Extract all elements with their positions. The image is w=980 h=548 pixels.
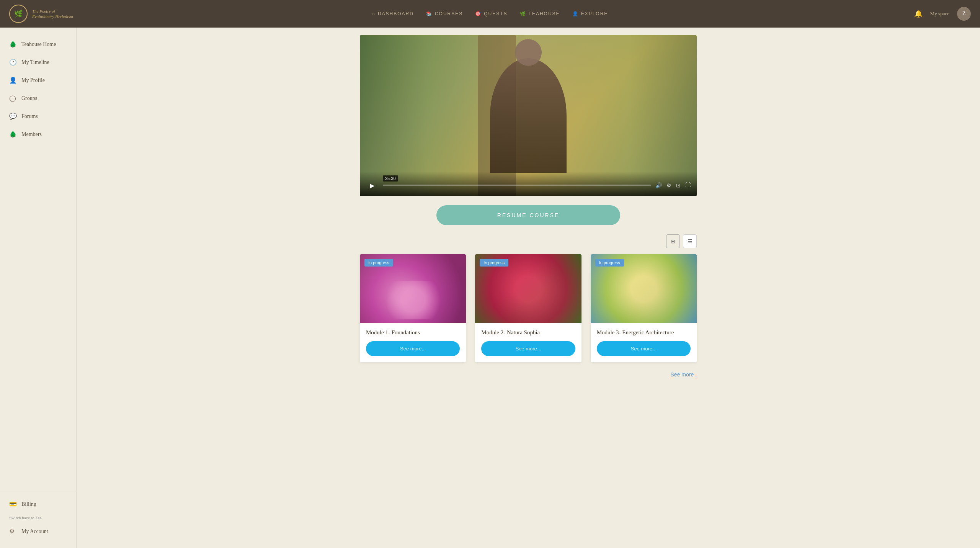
forums-icon: 💬 (9, 113, 17, 120)
module-card-2: In progress Module 2- Natura Sophia See … (475, 254, 581, 362)
module-1-title: Module 1- Foundations (366, 329, 460, 336)
nav-right: 🔔 My space Z (894, 7, 971, 21)
module-3-image: In progress (591, 254, 697, 323)
sidebar-label-forums: Forums (21, 113, 38, 119)
billing-icon: 💳 (9, 501, 17, 508)
switch-back-link[interactable]: Switch back to Zee (0, 513, 76, 522)
bell-icon[interactable]: 🔔 (914, 10, 923, 18)
sidebar-label-groups: Groups (21, 95, 37, 101)
sidebar-item-forums[interactable]: 💬 Forums (0, 107, 76, 125)
nav-dashboard[interactable]: ⌂ DASHBOARD (372, 11, 414, 16)
content-inner: ▶ 25:30 🔊 ⚙ ⊡ ⛶ RESUME COURSE (345, 28, 712, 401)
module-3-badge: In progress (595, 259, 624, 267)
sidebar-label-my-timeline: My Timeline (21, 59, 49, 65)
volume-icon[interactable]: 🔊 (655, 182, 662, 189)
module-2-see-more-button[interactable]: See more... (481, 341, 575, 356)
list-view-button[interactable]: ☰ (683, 234, 697, 248)
see-more-link[interactable]: See more . (671, 371, 697, 378)
video-player[interactable]: ▶ 25:30 🔊 ⚙ ⊡ ⛶ (360, 35, 697, 196)
module-3-see-more-button[interactable]: See more... (597, 341, 691, 356)
list-icon: ☰ (688, 238, 693, 244)
grid-view-button[interactable]: ⊞ (666, 234, 680, 248)
resume-course-button[interactable]: RESUME COURSE (436, 205, 620, 225)
nav-quests[interactable]: 🎯 QUESTS (475, 11, 507, 16)
nav-links: ⌂ DASHBOARD 📚 COURSES 🎯 QUESTS 🌿 TEAHOUS… (86, 11, 894, 16)
play-button[interactable]: ▶ (366, 179, 378, 191)
nav-explore[interactable]: 👤 EXPLORE (572, 11, 608, 16)
nav-courses[interactable]: 📚 COURSES (426, 11, 463, 16)
video-ctrl-icons: 🔊 ⚙ ⊡ ⛶ (655, 182, 691, 189)
fullscreen-icon[interactable]: ⛶ (685, 182, 691, 188)
logo[interactable]: 🌿 The Poetry of Evolutionary Herbalism (9, 5, 86, 23)
groups-icon: ◯ (9, 95, 17, 102)
module-3-title: Module 3- Energetic Architecture (597, 329, 691, 336)
video-timestamp: 25:30 (383, 175, 398, 182)
video-controls-bar: ▶ 25:30 🔊 ⚙ ⊡ ⛶ (360, 172, 697, 196)
module-2-title: Module 2- Natura Sophia (481, 329, 575, 336)
sidebar-label-my-account: My Account (21, 528, 48, 535)
video-person-head (515, 39, 542, 66)
module-1-body: Module 1- Foundations See more... (360, 323, 466, 362)
module-card-3: In progress Module 3- Energetic Architec… (591, 254, 697, 362)
top-navigation: 🌿 The Poetry of Evolutionary Herbalism ⌂… (0, 0, 980, 28)
profile-icon: 👤 (9, 77, 17, 84)
sidebar-bottom: 💳 Billing Switch back to Zee ⚙ My Accoun… (0, 491, 76, 540)
module-1-image: In progress (360, 254, 466, 323)
main-layout: ☰ 🌲 Teahouse Home 🕐 My Timeline 👤 My Pro… (0, 28, 980, 548)
video-progress-bar[interactable]: 25:30 (383, 185, 651, 186)
view-toggle: ⊞ ☰ (360, 234, 697, 248)
module-2-image: In progress (475, 254, 581, 323)
clock-icon: 🕐 (9, 59, 17, 66)
sidebar-item-my-profile[interactable]: 👤 My Profile (0, 71, 76, 89)
modules-grid: In progress Module 1- Foundations See mo… (360, 254, 697, 362)
main-content: ▶ 25:30 🔊 ⚙ ⊡ ⛶ RESUME COURSE (77, 28, 980, 548)
username-link[interactable]: My space (930, 11, 949, 17)
members-icon: 🌲 (9, 131, 17, 138)
sidebar-label-billing: Billing (21, 501, 36, 507)
module-2-body: Module 2- Natura Sophia See more... (475, 323, 581, 362)
sidebar-item-members[interactable]: 🌲 Members (0, 125, 76, 143)
module-2-badge: In progress (480, 259, 508, 267)
see-more-footer: See more . (360, 371, 697, 378)
quests-icon: 🎯 (475, 11, 482, 16)
module-1-badge: In progress (364, 259, 393, 267)
courses-icon: 📚 (426, 11, 433, 16)
grid-icon: ⊞ (671, 238, 675, 244)
module-1-see-more-button[interactable]: See more... (366, 341, 460, 356)
teahouse-icon: 🌿 (520, 11, 526, 16)
sidebar-item-my-account[interactable]: ⚙ My Account (0, 522, 76, 540)
logo-text: The Poetry of Evolutionary Herbalism (32, 8, 73, 20)
sidebar-label-my-profile: My Profile (21, 77, 45, 83)
module-card-1: In progress Module 1- Foundations See mo… (360, 254, 466, 362)
settings-icon[interactable]: ⚙ (666, 182, 671, 189)
sidebar: 🌲 Teahouse Home 🕐 My Timeline 👤 My Profi… (0, 28, 77, 548)
sidebar-label-members: Members (21, 131, 42, 137)
sidebar-item-my-timeline[interactable]: 🕐 My Timeline (0, 53, 76, 71)
pip-icon[interactable]: ⊡ (676, 182, 681, 189)
video-person-silhouette (490, 58, 567, 173)
home-icon: ⌂ (372, 11, 376, 16)
explore-icon: 👤 (572, 11, 579, 16)
avatar[interactable]: Z (957, 7, 971, 21)
sidebar-item-groups[interactable]: ◯ Groups (0, 89, 76, 107)
nav-teahouse[interactable]: 🌿 TEAHOUSE (520, 11, 560, 16)
tree-icon: 🌲 (9, 41, 17, 48)
gear-icon: ⚙ (9, 528, 17, 535)
module-3-body: Module 3- Energetic Architecture See mor… (591, 323, 697, 362)
sidebar-item-billing[interactable]: 💳 Billing (0, 495, 76, 513)
sidebar-item-teahouse-home[interactable]: 🌲 Teahouse Home (0, 35, 76, 53)
logo-icon: 🌿 (9, 5, 28, 23)
sidebar-label-teahouse-home: Teahouse Home (21, 41, 56, 47)
